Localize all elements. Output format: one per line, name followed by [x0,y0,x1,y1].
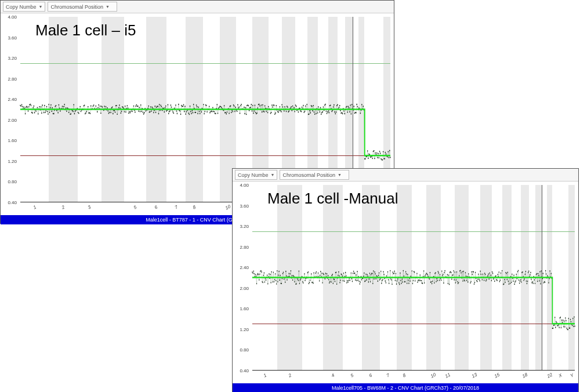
svg-point-250 [198,107,199,108]
svg-point-54 [59,104,60,106]
svg-point-512 [385,152,386,153]
y-axis-dropdown[interactable]: Copy Numbe ▼ [235,170,277,180]
svg-point-635 [323,274,324,275]
svg-point-216 [174,107,175,108]
svg-point-317 [246,114,247,115]
y-axis-dropdown[interactable]: Copy Numbe ▼ [3,2,45,12]
svg-point-896 [485,280,486,281]
svg-point-106 [95,106,96,107]
svg-point-974 [534,280,535,281]
svg-point-148 [125,111,126,112]
svg-point-402 [306,104,307,105]
svg-point-516 [387,151,389,152]
x-axis-dropdown[interactable]: Chromosomal Position ▼ [48,2,117,12]
svg-point-320 [248,105,249,106]
svg-point-989 [543,282,544,284]
svg-point-427 [324,104,325,106]
svg-point-75 [73,104,74,105]
x-tick-label: X [558,372,563,378]
svg-point-498 [375,153,376,154]
svg-point-772 [408,283,409,284]
svg-point-890 [482,279,483,280]
svg-point-529 [258,273,258,274]
svg-point-703 [365,274,366,275]
svg-point-680 [351,278,352,280]
svg-point-241 [191,110,193,111]
svg-point-477 [360,112,361,114]
svg-point-884 [478,274,478,275]
svg-point-928 [505,272,506,273]
svg-point-424 [322,111,323,112]
svg-point-925 [503,284,504,285]
plot-region[interactable]: Male 1 cell -Manual [252,185,575,371]
svg-point-731 [383,271,383,273]
svg-point-1008 [555,327,556,328]
svg-point-261 [206,105,207,106]
svg-point-214 [172,111,173,112]
svg-point-963 [527,281,528,282]
svg-point-20 [34,112,35,113]
svg-point-183 [150,106,151,107]
svg-point-749 [394,271,395,272]
svg-point-315 [244,113,245,114]
svg-point-585 [292,280,293,281]
svg-point-981 [538,275,539,276]
svg-point-187 [153,112,154,113]
svg-point-140 [119,107,121,108]
svg-point-991 [545,282,545,283]
svg-point-601 [302,281,303,282]
svg-point-985 [541,270,541,271]
svg-point-558 [276,280,276,281]
svg-point-752 [396,284,397,285]
svg-point-730 [382,279,383,280]
svg-point-362 [278,112,279,113]
svg-point-935 [510,283,510,284]
svg-point-618 [313,282,313,284]
svg-point-1035 [572,325,572,326]
svg-point-127 [110,112,111,113]
svg-point-65 [66,111,67,112]
svg-point-661 [339,282,340,283]
svg-point-428 [325,104,326,105]
svg-point-176 [146,110,147,111]
svg-point-400 [305,106,306,107]
y-axis-dropdown-label: Copy Numbe [6,4,37,10]
svg-point-722 [378,281,378,282]
svg-point-827 [443,274,443,275]
svg-point-236 [188,112,189,114]
svg-point-918 [499,281,500,282]
svg-point-242 [193,112,194,113]
svg-point-276 [216,104,217,105]
svg-point-864 [466,275,466,277]
svg-point-861 [464,280,465,281]
svg-point-539 [264,272,264,273]
svg-point-782 [415,281,415,282]
svg-point-754 [397,278,398,280]
svg-point-218 [175,104,176,106]
svg-point-321 [249,110,250,111]
svg-point-847 [455,282,456,284]
svg-point-163 [136,104,137,106]
svg-point-257 [203,104,204,105]
svg-point-272 [214,111,215,112]
svg-point-211 [171,104,172,106]
y-tick-label: 3.20 [240,224,249,229]
svg-point-563 [278,271,279,272]
svg-point-463 [350,104,351,106]
svg-point-459 [347,111,348,112]
svg-point-172 [143,111,144,112]
svg-point-667 [343,273,344,274]
svg-point-27 [39,106,40,107]
svg-point-92 [85,112,86,114]
svg-point-611 [309,283,309,284]
svg-point-306 [238,107,239,108]
svg-point-440 [334,104,335,106]
svg-point-532 [259,274,260,275]
svg-point-168 [140,111,141,112]
svg-point-647 [331,281,331,282]
svg-point-770 [407,274,408,275]
x-axis-dropdown[interactable]: Chromosomal Position ▼ [280,170,349,180]
svg-point-180 [148,106,149,107]
svg-point-1033 [571,321,571,322]
svg-point-734 [385,281,386,282]
